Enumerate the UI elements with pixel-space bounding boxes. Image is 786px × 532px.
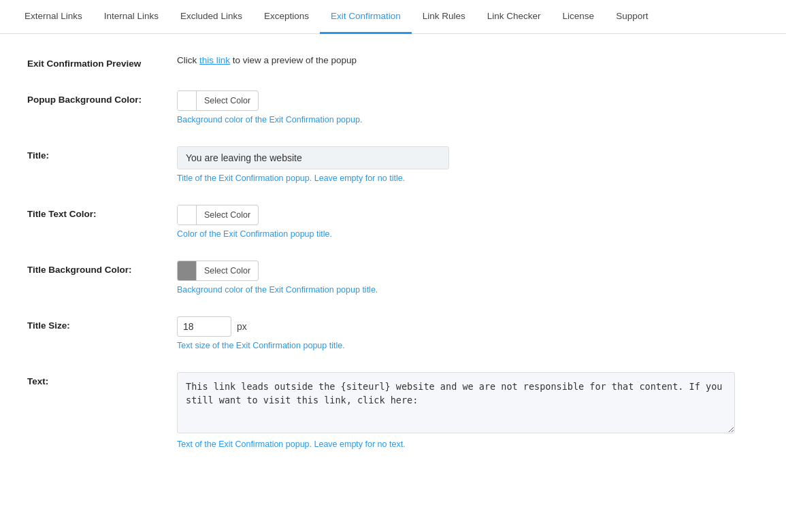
bg-color-swatch (178, 91, 197, 110)
preview-link[interactable]: this link (199, 55, 230, 65)
title-bg-color-label: Title Background Color: (27, 261, 177, 275)
tab-exceptions[interactable]: Exceptions (253, 0, 320, 34)
title-text-color-label: Title Text Color: (27, 205, 177, 219)
title-hint: Title of the Exit Confirmation popup. Le… (177, 173, 721, 183)
preview-prefix: Click (177, 55, 199, 65)
px-label: px (237, 321, 247, 332)
bg-color-btn-label: Select Color (197, 96, 258, 105)
title-bg-color-swatch (178, 261, 197, 280)
text-label: Text: (27, 372, 177, 386)
tab-license[interactable]: License (552, 0, 606, 34)
bg-color-field: Select Color Background color of the Exi… (177, 90, 721, 124)
tab-internal-links[interactable]: Internal Links (93, 0, 169, 34)
title-bg-color-btn-label: Select Color (197, 266, 258, 276)
preview-field: Click this link to view a preview of the… (177, 54, 721, 65)
size-row: px (177, 316, 721, 337)
title-bg-color-hint: Background color of the Exit Confirmatio… (177, 285, 721, 295)
bg-color-label: Popup Background Color: (27, 90, 177, 105)
title-text-color-field: Select Color Color of the Exit Confirmat… (177, 205, 721, 239)
title-size-label: Title Size: (27, 316, 177, 331)
title-input[interactable] (177, 146, 449, 169)
main-content: Exit Confirmation Preview Click this lin… (0, 34, 749, 491)
preview-suffix: to view a preview of the popup (230, 55, 357, 65)
title-bg-color-field: Select Color Background color of the Exi… (177, 261, 721, 295)
nav-tabs: External Links Internal Links Excluded L… (0, 0, 786, 34)
title-text-color-hint: Color of the Exit Confirmation popup tit… (177, 229, 721, 239)
text-field: Text of the Exit Confirmation popup. Lea… (177, 372, 735, 449)
text-hint: Text of the Exit Confirmation popup. Lea… (177, 439, 735, 449)
tab-link-rules[interactable]: Link Rules (412, 0, 476, 34)
tab-external-links[interactable]: External Links (14, 0, 93, 34)
title-bg-color-picker-button[interactable]: Select Color (177, 261, 259, 281)
text-row: Text: Text of the Exit Confirmation popu… (27, 372, 721, 449)
title-field: Title of the Exit Confirmation popup. Le… (177, 146, 721, 183)
title-size-row: Title Size: px Text size of the Exit Con… (27, 316, 721, 350)
title-text-color-swatch (178, 205, 197, 225)
bg-color-hint: Background color of the Exit Confirmatio… (177, 115, 721, 124)
preview-row: Exit Confirmation Preview Click this lin… (27, 54, 721, 69)
tab-support[interactable]: Support (605, 0, 659, 34)
tab-exit-confirmation[interactable]: Exit Confirmation (320, 0, 412, 34)
title-size-hint: Text size of the Exit Confirmation popup… (177, 341, 721, 350)
bg-color-picker-button[interactable]: Select Color (177, 90, 259, 111)
preview-text: Click this link to view a preview of the… (177, 55, 357, 65)
tab-excluded-links[interactable]: Excluded Links (169, 0, 253, 34)
bg-color-row: Popup Background Color: Select Color Bac… (27, 90, 721, 124)
preview-label: Exit Confirmation Preview (27, 54, 177, 69)
title-label: Title: (27, 146, 177, 161)
title-size-input[interactable] (177, 316, 231, 337)
title-text-color-row: Title Text Color: Select Color Color of … (27, 205, 721, 239)
title-row: Title: Title of the Exit Confirmation po… (27, 146, 721, 183)
title-text-color-picker-button[interactable]: Select Color (177, 205, 259, 225)
text-textarea[interactable] (177, 372, 735, 433)
tab-link-checker[interactable]: Link Checker (476, 0, 552, 34)
title-bg-color-row: Title Background Color: Select Color Bac… (27, 261, 721, 295)
title-text-color-btn-label: Select Color (197, 210, 258, 220)
title-size-field: px Text size of the Exit Confirmation po… (177, 316, 721, 350)
